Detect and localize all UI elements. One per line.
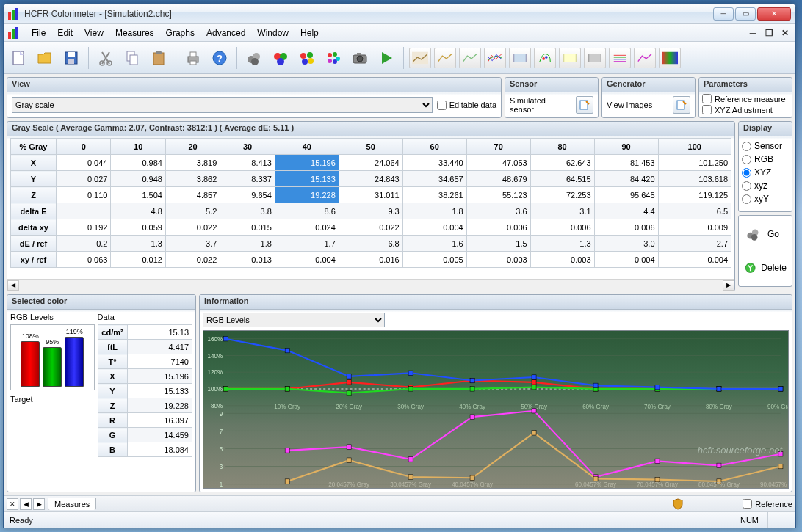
tab-nav-close[interactable]: ✕ (7, 498, 18, 510)
view-dropdown[interactable]: Gray scale (12, 97, 433, 113)
tab-nav-next[interactable]: ▶ (33, 498, 45, 510)
tabs-row: ✕ ◀ ▶ Measures Reference (4, 495, 795, 511)
information-panel: Information RGB Levels 80%100%120%140%16… (199, 294, 792, 492)
tab-measures[interactable]: Measures (48, 498, 96, 510)
chart-button-2[interactable] (434, 48, 456, 68)
info-dropdown[interactable]: RGB Levels (203, 313, 385, 327)
editable-data-checkbox[interactable]: Editable data (437, 101, 496, 110)
new-button[interactable] (7, 46, 30, 70)
svg-text:30.0457% Gray: 30.0457% Gray (390, 481, 432, 488)
svg-rect-101 (285, 348, 289, 352)
display-opt-xyz[interactable]: xyz (742, 181, 767, 191)
sensor-config-button[interactable] (576, 96, 593, 114)
mdi-minimize[interactable]: ─ (747, 27, 759, 39)
display-opt-Sensor[interactable]: Sensor (742, 141, 782, 151)
svg-rect-7 (130, 55, 137, 65)
maximize-button[interactable]: ▭ (735, 7, 756, 21)
svg-text:90% Gray: 90% Gray (767, 403, 788, 410)
minimize-button[interactable]: ─ (713, 7, 734, 21)
open-button[interactable] (33, 46, 57, 70)
copy-button[interactable] (120, 46, 144, 70)
menu-help[interactable]: Help (295, 26, 325, 40)
svg-rect-114 (532, 409, 536, 413)
svg-text:9: 9 (220, 409, 223, 417)
svg-text:80.0457% Gray: 80.0457% Gray (698, 481, 740, 488)
generator-config-button[interactable] (673, 96, 690, 114)
scroll-right[interactable]: ▶ (723, 280, 734, 291)
reference-checkbox[interactable]: Reference (743, 499, 792, 509)
window-title: HCFR Colorimeter - [Simulation2.chc] (24, 9, 713, 19)
menu-measures[interactable]: Measures (109, 26, 160, 40)
svg-rect-120 (347, 458, 351, 462)
run-button[interactable] (375, 46, 398, 70)
camera-button[interactable] (348, 46, 372, 70)
svg-point-31 (357, 56, 363, 62)
xyz-adjustment-checkbox[interactable]: XYZ Adjustment (702, 105, 773, 114)
titlebar[interactable]: HCFR Colorimeter - [Simulation2.chc] ─ ▭… (4, 4, 795, 24)
svg-rect-94 (470, 387, 474, 391)
svg-rect-90 (223, 387, 228, 391)
svg-text:120%: 120% (208, 368, 223, 376)
menu-window[interactable]: Window (251, 26, 295, 40)
data-grid-panel: Gray Scale ( Average Gamma: 2.07, Contra… (7, 121, 735, 291)
view-panel-title: View (7, 78, 501, 92)
save-button[interactable] (59, 46, 83, 70)
menu-advanced[interactable]: Advanced (201, 26, 251, 40)
svg-rect-119 (285, 479, 289, 484)
svg-text:20.0457% Gray: 20.0457% Gray (328, 481, 370, 488)
svg-text:80%: 80% (211, 402, 223, 409)
help-button[interactable]: ? (208, 46, 231, 70)
svg-rect-37 (564, 54, 577, 62)
display-opt-XYZ[interactable]: XYZ (742, 167, 771, 178)
chart-button-5[interactable] (509, 48, 531, 68)
reference-measure-checkbox[interactable]: Reference measure (702, 94, 786, 103)
svg-rect-85 (532, 380, 536, 385)
chart-button-1[interactable] (409, 48, 431, 68)
measure-secondaries-button[interactable] (295, 46, 319, 70)
svg-point-17 (251, 58, 259, 65)
cut-button[interactable] (94, 46, 118, 70)
menu-edit[interactable]: Edit (51, 26, 79, 40)
svg-text:40.0457% Gray: 40.0457% Gray (452, 481, 494, 488)
status-ready: Ready (10, 516, 33, 525)
data-table: cd/m²15.13ftL4.417T°7140X15.196Y15.133Z1… (98, 324, 192, 457)
close-button[interactable]: ✕ (757, 7, 791, 21)
measure-gray-button[interactable] (242, 46, 266, 70)
display-opt-xyY[interactable]: xyY (742, 194, 769, 204)
tab-nav-prev[interactable]: ◀ (20, 498, 32, 510)
display-opt-RGB[interactable]: RGB (742, 154, 773, 164)
measure-all-button[interactable] (322, 46, 345, 70)
svg-rect-110 (285, 448, 289, 453)
chart-button-9[interactable] (609, 48, 631, 68)
chart-button-6[interactable] (534, 48, 556, 68)
mdi-restore[interactable]: ❐ (763, 27, 775, 39)
chart-button-8[interactable] (584, 48, 606, 68)
go-button[interactable]: Go (742, 219, 789, 249)
svg-rect-93 (408, 387, 413, 391)
svg-rect-102 (347, 374, 351, 379)
chart-button-11[interactable] (659, 48, 681, 68)
mdi-close[interactable]: ✕ (779, 27, 791, 39)
rgb-bars-chart: 108% 95% 119% (10, 324, 95, 390)
menu-graphs[interactable]: Graphs (160, 26, 201, 40)
grid-hscrollbar[interactable]: ◀ ▶ (7, 279, 734, 291)
chart-button-3[interactable] (459, 48, 481, 68)
grid-scroll[interactable]: % Gray0102030405060708090100X0.0440.9843… (7, 136, 734, 279)
data-grid[interactable]: % Gray0102030405060708090100X0.0440.9843… (10, 138, 731, 268)
svg-text:60.0457% Gray: 60.0457% Gray (575, 481, 617, 488)
paste-button[interactable] (147, 46, 170, 70)
print-button[interactable] (181, 46, 205, 70)
menu-file[interactable]: File (26, 26, 51, 40)
watermark: hcfr.sourceforge.net (698, 445, 782, 456)
app-icon (8, 8, 20, 20)
scroll-left[interactable]: ◀ (7, 280, 19, 291)
chart-button-4[interactable] (484, 48, 506, 68)
chart-button-7[interactable] (559, 48, 581, 68)
menubar: File Edit View Measures Graphs Advanced … (4, 24, 795, 42)
chart-button-10[interactable] (634, 48, 656, 68)
measure-primaries-button[interactable] (269, 46, 292, 70)
app-icon-small (8, 27, 20, 39)
generator-label: View images (607, 101, 652, 109)
menu-view[interactable]: View (79, 26, 109, 40)
delete-button[interactable]: Delete (742, 252, 789, 283)
